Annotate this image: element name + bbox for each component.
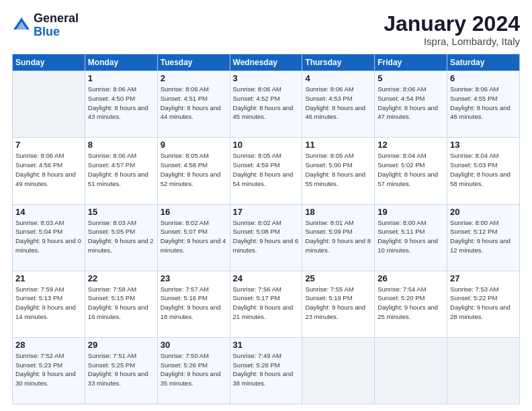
calendar-week-row: 7Sunrise: 8:06 AM Sunset: 4:56 PM Daylig… xyxy=(13,138,520,204)
day-info: Sunrise: 8:06 AM Sunset: 4:50 PM Dayligh… xyxy=(88,85,154,122)
day-number: 31 xyxy=(233,340,300,350)
table-row: 13Sunrise: 8:04 AM Sunset: 5:03 PM Dayli… xyxy=(447,138,520,204)
day-number: 4 xyxy=(305,73,371,83)
day-info: Sunrise: 8:06 AM Sunset: 4:57 PM Dayligh… xyxy=(88,151,154,188)
day-number: 20 xyxy=(450,207,517,217)
day-info: Sunrise: 8:00 AM Sunset: 5:11 PM Dayligh… xyxy=(378,218,444,255)
day-info: Sunrise: 8:06 AM Sunset: 4:54 PM Dayligh… xyxy=(378,85,444,122)
day-info: Sunrise: 8:00 AM Sunset: 5:12 PM Dayligh… xyxy=(450,218,517,255)
logo: General Blue xyxy=(12,12,79,39)
day-number: 29 xyxy=(88,340,154,350)
day-info: Sunrise: 8:06 AM Sunset: 4:56 PM Dayligh… xyxy=(15,151,82,188)
table-row: 21Sunrise: 7:59 AM Sunset: 5:13 PM Dayli… xyxy=(13,271,85,337)
day-info: Sunrise: 8:02 AM Sunset: 5:08 PM Dayligh… xyxy=(233,218,300,255)
day-number: 21 xyxy=(15,273,82,283)
day-info: Sunrise: 7:52 AM Sunset: 5:23 PM Dayligh… xyxy=(15,351,82,388)
day-number: 28 xyxy=(15,340,82,350)
col-wednesday: Wednesday xyxy=(230,54,302,71)
day-number: 1 xyxy=(88,73,154,83)
day-info: Sunrise: 7:51 AM Sunset: 5:25 PM Dayligh… xyxy=(88,351,154,388)
col-tuesday: Tuesday xyxy=(157,54,230,71)
day-number: 19 xyxy=(378,207,444,217)
table-row: 1Sunrise: 8:06 AM Sunset: 4:50 PM Daylig… xyxy=(85,71,157,138)
calendar-table: Sunday Monday Tuesday Wednesday Thursday… xyxy=(12,54,520,404)
day-info: Sunrise: 7:50 AM Sunset: 5:26 PM Dayligh… xyxy=(161,351,227,388)
col-friday: Friday xyxy=(375,54,447,71)
table-row xyxy=(375,337,447,404)
header-row: Sunday Monday Tuesday Wednesday Thursday… xyxy=(13,54,520,71)
table-row: 4Sunrise: 8:06 AM Sunset: 4:53 PM Daylig… xyxy=(302,71,375,138)
day-info: Sunrise: 8:04 AM Sunset: 5:02 PM Dayligh… xyxy=(378,151,444,188)
day-number: 25 xyxy=(305,273,371,283)
table-row: 6Sunrise: 8:06 AM Sunset: 4:55 PM Daylig… xyxy=(447,71,520,138)
day-info: Sunrise: 8:05 AM Sunset: 5:00 PM Dayligh… xyxy=(305,151,371,188)
calendar-week-row: 21Sunrise: 7:59 AM Sunset: 5:13 PM Dayli… xyxy=(13,271,520,337)
table-row: 2Sunrise: 8:06 AM Sunset: 4:51 PM Daylig… xyxy=(157,71,230,138)
day-number: 7 xyxy=(15,140,82,150)
logo-icon xyxy=(12,16,31,35)
table-row: 23Sunrise: 7:57 AM Sunset: 5:16 PM Dayli… xyxy=(157,271,230,337)
table-row: 11Sunrise: 8:05 AM Sunset: 5:00 PM Dayli… xyxy=(302,138,375,204)
day-info: Sunrise: 8:02 AM Sunset: 5:07 PM Dayligh… xyxy=(161,218,227,255)
col-thursday: Thursday xyxy=(302,54,375,71)
calendar-week-row: 14Sunrise: 8:03 AM Sunset: 5:04 PM Dayli… xyxy=(13,204,520,271)
table-row: 9Sunrise: 8:05 AM Sunset: 4:58 PM Daylig… xyxy=(157,138,230,204)
table-row: 24Sunrise: 7:56 AM Sunset: 5:17 PM Dayli… xyxy=(230,271,302,337)
table-row: 26Sunrise: 7:54 AM Sunset: 5:20 PM Dayli… xyxy=(375,271,447,337)
table-row: 5Sunrise: 8:06 AM Sunset: 4:54 PM Daylig… xyxy=(375,71,447,138)
day-info: Sunrise: 8:01 AM Sunset: 5:09 PM Dayligh… xyxy=(305,218,371,255)
table-row: 17Sunrise: 8:02 AM Sunset: 5:08 PM Dayli… xyxy=(230,204,302,271)
logo-general-text: General xyxy=(34,12,79,26)
table-row: 14Sunrise: 8:03 AM Sunset: 5:04 PM Dayli… xyxy=(13,204,85,271)
title-block: January 2024 Ispra, Lombardy, Italy xyxy=(384,12,520,47)
day-info: Sunrise: 7:56 AM Sunset: 5:17 PM Dayligh… xyxy=(233,285,300,322)
day-number: 8 xyxy=(88,140,154,150)
calendar-week-row: 28Sunrise: 7:52 AM Sunset: 5:23 PM Dayli… xyxy=(13,337,520,404)
day-number: 22 xyxy=(88,273,154,283)
day-info: Sunrise: 7:58 AM Sunset: 5:15 PM Dayligh… xyxy=(88,285,154,322)
day-number: 10 xyxy=(233,140,300,150)
col-saturday: Saturday xyxy=(447,54,520,71)
table-row: 7Sunrise: 8:06 AM Sunset: 4:56 PM Daylig… xyxy=(13,138,85,204)
month-year-title: January 2024 xyxy=(384,12,520,36)
day-number: 24 xyxy=(233,273,300,283)
page: General Blue January 2024 Ispra, Lombard… xyxy=(0,0,532,411)
table-row: 19Sunrise: 8:00 AM Sunset: 5:11 PM Dayli… xyxy=(375,204,447,271)
day-info: Sunrise: 7:55 AM Sunset: 5:19 PM Dayligh… xyxy=(305,285,371,322)
day-number: 2 xyxy=(161,73,227,83)
day-info: Sunrise: 7:54 AM Sunset: 5:20 PM Dayligh… xyxy=(378,285,444,322)
day-number: 18 xyxy=(305,207,371,217)
table-row: 10Sunrise: 8:05 AM Sunset: 4:59 PM Dayli… xyxy=(230,138,302,204)
header: General Blue January 2024 Ispra, Lombard… xyxy=(12,12,520,47)
table-row: 31Sunrise: 7:49 AM Sunset: 5:28 PM Dayli… xyxy=(230,337,302,404)
location-subtitle: Ispra, Lombardy, Italy xyxy=(384,36,520,47)
col-monday: Monday xyxy=(85,54,157,71)
logo-blue-text: Blue xyxy=(34,26,79,39)
day-info: Sunrise: 8:04 AM Sunset: 5:03 PM Dayligh… xyxy=(450,151,517,188)
table-row: 25Sunrise: 7:55 AM Sunset: 5:19 PM Dayli… xyxy=(302,271,375,337)
table-row: 8Sunrise: 8:06 AM Sunset: 4:57 PM Daylig… xyxy=(85,138,157,204)
day-info: Sunrise: 8:06 AM Sunset: 4:51 PM Dayligh… xyxy=(161,85,227,122)
day-number: 5 xyxy=(378,73,444,83)
day-number: 11 xyxy=(305,140,371,150)
day-number: 15 xyxy=(88,207,154,217)
table-row xyxy=(13,71,85,138)
day-number: 3 xyxy=(233,73,300,83)
day-info: Sunrise: 8:05 AM Sunset: 4:58 PM Dayligh… xyxy=(161,151,227,188)
calendar-week-row: 1Sunrise: 8:06 AM Sunset: 4:50 PM Daylig… xyxy=(13,71,520,138)
day-number: 27 xyxy=(450,273,517,283)
day-number: 9 xyxy=(161,140,227,150)
day-info: Sunrise: 7:49 AM Sunset: 5:28 PM Dayligh… xyxy=(233,351,300,388)
day-info: Sunrise: 8:06 AM Sunset: 4:55 PM Dayligh… xyxy=(450,85,517,122)
day-number: 23 xyxy=(161,273,227,283)
table-row xyxy=(447,337,520,404)
day-number: 6 xyxy=(450,73,517,83)
table-row: 28Sunrise: 7:52 AM Sunset: 5:23 PM Dayli… xyxy=(13,337,85,404)
day-info: Sunrise: 7:53 AM Sunset: 5:22 PM Dayligh… xyxy=(450,285,517,322)
table-row xyxy=(302,337,375,404)
table-row: 3Sunrise: 8:06 AM Sunset: 4:52 PM Daylig… xyxy=(230,71,302,138)
day-info: Sunrise: 7:59 AM Sunset: 5:13 PM Dayligh… xyxy=(15,285,82,322)
calendar-body: 1Sunrise: 8:06 AM Sunset: 4:50 PM Daylig… xyxy=(13,71,520,404)
table-row: 12Sunrise: 8:04 AM Sunset: 5:02 PM Dayli… xyxy=(375,138,447,204)
table-row: 29Sunrise: 7:51 AM Sunset: 5:25 PM Dayli… xyxy=(85,337,157,404)
